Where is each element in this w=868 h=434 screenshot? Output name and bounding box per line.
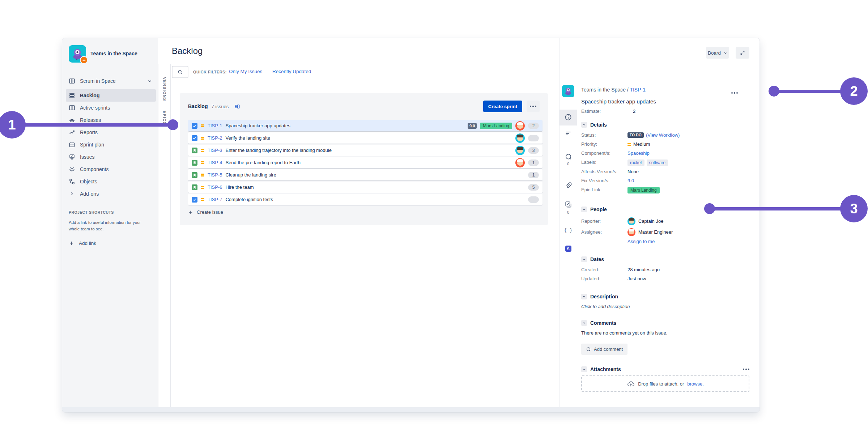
estimate-pill[interactable]: 1 <box>528 159 539 166</box>
search-input[interactable] <box>172 66 188 78</box>
issue-key[interactable]: TISP-7 <box>208 197 222 202</box>
issue-key[interactable]: TISP-2 <box>208 135 222 141</box>
attachments-tab-icon[interactable] <box>559 182 577 190</box>
sidebar-item-reports[interactable]: Reports <box>66 126 156 139</box>
dates-section-header[interactable]: Dates <box>581 256 749 262</box>
versions-tab[interactable]: VERSIONS <box>162 77 167 101</box>
releases-icon <box>69 117 75 123</box>
description-section-header[interactable]: Description <box>581 294 749 299</box>
subtasks-tab-icon[interactable] <box>559 201 577 208</box>
create-issue-button[interactable]: Create issue <box>188 209 540 215</box>
created-value: 28 minutes ago <box>627 267 660 272</box>
task-type-icon <box>192 135 197 141</box>
fix-version-badge: 9.0 <box>468 123 477 129</box>
add-comment-button[interactable]: Add comment <box>581 344 627 355</box>
comments-section-header[interactable]: Comments <box>581 320 749 326</box>
sidebar-item-label: Sprint plan <box>80 142 104 148</box>
sidebar-item-label: Backlog <box>80 93 99 98</box>
component-link[interactable]: Spaceship <box>627 150 650 156</box>
issue-row-tisp-2[interactable]: TISP-2 Verify the landing site <box>188 132 542 144</box>
section-heading: People <box>590 207 607 212</box>
label-pill[interactable]: software <box>647 159 668 166</box>
comments-empty-text: There are no comments yet on this issue. <box>581 330 749 336</box>
browse-link[interactable]: browse. <box>687 381 704 387</box>
issue-key[interactable]: TISP-3 <box>208 148 222 153</box>
board-switcher[interactable]: Scrum in Space <box>66 75 156 87</box>
issue-key[interactable]: TISP-4 <box>208 160 222 165</box>
objects-icon <box>69 178 75 185</box>
issue-title[interactable]: Spaceship tracker app updates <box>581 98 749 105</box>
attachments-more-button[interactable] <box>743 369 749 370</box>
filter-only-my-issues[interactable]: Only My Issues <box>229 69 262 74</box>
backlog-more-button[interactable] <box>527 101 540 112</box>
issue-row-tisp-6[interactable]: TISP-6 Hire the team 5 <box>188 182 542 193</box>
addon-app-icon[interactable]: S <box>559 246 577 252</box>
cloud-upload-icon <box>627 380 635 388</box>
sidebar-item-sprint-plan[interactable]: Sprint plan <box>66 139 156 151</box>
assignee-value[interactable]: Master Engineer <box>638 229 673 235</box>
estimate-pill[interactable]: 2 <box>528 123 539 129</box>
callout-3-circle: 3 <box>840 195 868 222</box>
epic-badge[interactable]: Mars Landing <box>627 187 660 193</box>
fix-version-link[interactable]: 9.0 <box>627 178 634 183</box>
view-workflow-link[interactable]: (View Workflow) <box>646 132 680 138</box>
issue-row-tisp-1[interactable]: TISP-1 Spaceship tracker app updates 9.0… <box>188 120 542 131</box>
attachment-dropzone[interactable]: Drop files to attach, or browse. <box>581 375 749 392</box>
estimate-pill[interactable] <box>528 196 539 203</box>
sidebar-item-issues[interactable]: Issues <box>66 151 156 163</box>
issue-row-tisp-7[interactable]: TISP-7 Complete ignition tests <box>188 194 542 205</box>
epics-tab[interactable]: EPICS <box>162 111 167 125</box>
breadcrumb-project[interactable]: Teams in the Space <box>581 87 626 93</box>
add-link-button[interactable]: Add link <box>69 241 153 246</box>
task-type-icon <box>192 123 197 129</box>
board-view-icon[interactable] <box>234 104 240 109</box>
sidebar-item-backlog[interactable]: Backlog <box>66 89 156 102</box>
board-switcher-label: Scrum in Space <box>80 78 116 84</box>
detail-content: Teams in the Space / TISP-1 Spaceship tr… <box>581 87 749 392</box>
field-label: Epic Link: <box>581 187 627 192</box>
assign-to-me-link[interactable]: Assign to me <box>627 239 749 244</box>
comments-tab-icon[interactable] <box>559 153 577 161</box>
callout-2-dot <box>769 86 779 97</box>
sidebar-item-components[interactable]: Components <box>66 163 156 175</box>
dev-badge-icon: <> <box>80 56 88 64</box>
estimate-pill[interactable]: 5 <box>528 184 539 191</box>
created-field: Created: 28 minutes ago <box>581 267 749 273</box>
issue-key[interactable]: TISP-6 <box>208 184 222 190</box>
sidebar-item-label: Releases <box>80 117 101 123</box>
attachments-section-header[interactable]: Attachments <box>581 366 621 372</box>
description-placeholder[interactable]: Click to add description <box>581 304 749 309</box>
estimate-value[interactable]: 2 <box>633 109 635 114</box>
chevron-down-icon <box>581 294 587 299</box>
breadcrumb-issue-key[interactable]: TISP-1 <box>630 87 646 93</box>
field-label: Priority: <box>581 141 627 147</box>
issue-key[interactable]: TISP-1 <box>208 123 222 128</box>
backlog-issue-list: TISP-1 Spaceship tracker app updates 9.0… <box>188 120 540 205</box>
estimate-pill[interactable] <box>528 135 539 141</box>
estimate-pill[interactable]: 1 <box>528 172 539 178</box>
task-type-icon <box>192 197 197 203</box>
create-sprint-button[interactable]: Create sprint <box>483 101 522 112</box>
sidebar-item-add-ons[interactable]: Add-ons <box>66 188 156 200</box>
sidebar-item-label: Add-ons <box>80 191 99 197</box>
subtasks-count: 0 <box>559 210 577 214</box>
estimate-pill[interactable]: 3 <box>528 147 539 154</box>
info-tab-icon[interactable] <box>559 113 577 121</box>
issue-row-tisp-4[interactable]: TISP-4 Send the pre-landing report to Ea… <box>188 157 542 168</box>
filter-recently-updated[interactable]: Recently Updated <box>272 69 311 74</box>
project-name: Teams in the Space <box>90 51 137 57</box>
plus-icon <box>69 241 74 246</box>
code-braces-icon[interactable]: { } <box>559 227 577 233</box>
details-lines-icon[interactable] <box>559 130 577 137</box>
sidebar-item-active-sprints[interactable]: Active sprints <box>66 102 156 114</box>
project-shortcuts-heading: PROJECT SHORTCUTS <box>69 210 153 214</box>
sidebar-item-objects[interactable]: Objects <box>66 175 156 188</box>
issue-key[interactable]: TISP-5 <box>208 172 222 178</box>
issue-row-tisp-3[interactable]: TISP-3 Enter the landing trajectory into… <box>188 145 542 156</box>
sidebar-item-label: Objects <box>80 179 97 184</box>
issue-summary: Enter the landing trajectory into the la… <box>225 148 331 153</box>
label-pill[interactable]: rocket <box>627 159 644 166</box>
details-section-header[interactable]: Details <box>581 122 749 128</box>
issue-row-tisp-5[interactable]: TISP-5 Cleanup the landing sire 1 <box>188 169 542 180</box>
reporter-value[interactable]: Captain Joe <box>638 218 663 224</box>
